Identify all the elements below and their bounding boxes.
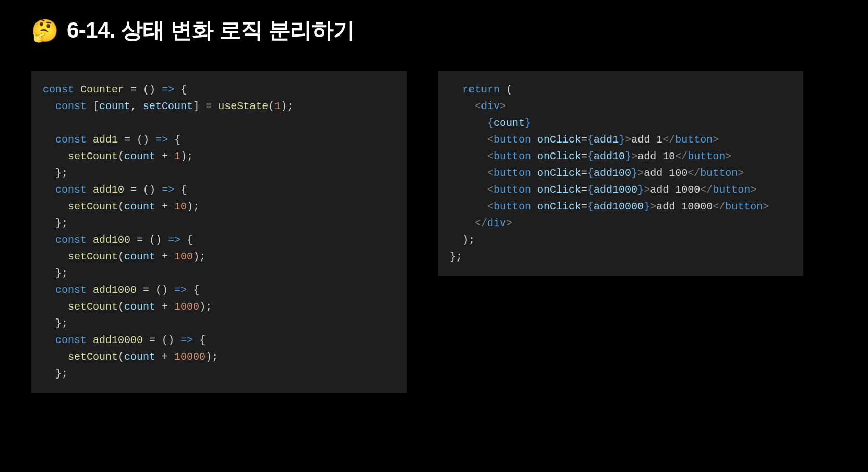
slide-container: 🤔 6-14. 상태 변화 로직 분리하기 const Counter = ()…	[0, 0, 868, 408]
code-columns: const Counter = () => { const [count, se…	[31, 71, 837, 393]
code-block-left: const Counter = () => { const [count, se…	[31, 71, 407, 393]
thinking-emoji-icon: 🤔	[31, 18, 58, 43]
page-title: 6-14. 상태 변화 로직 분리하기	[67, 16, 355, 45]
code-block-right: return ( <div> {count} <button onClick={…	[438, 71, 803, 276]
title-row: 🤔 6-14. 상태 변화 로직 분리하기	[31, 16, 837, 45]
